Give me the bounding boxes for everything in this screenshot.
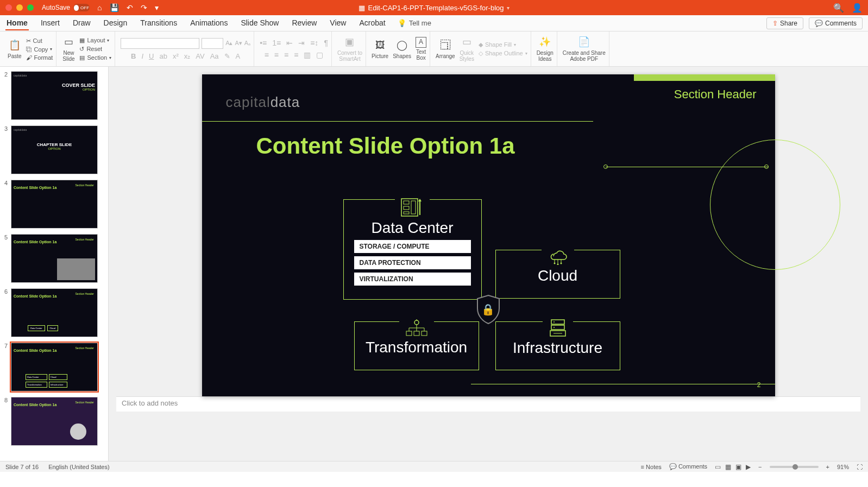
shape-outline-button[interactable]: ◇Shape Outline▾: [479, 50, 527, 57]
tab-view[interactable]: View: [329, 16, 347, 30]
dc-item-storage[interactable]: STORAGE / COMPUTE: [354, 240, 471, 253]
data-center-box[interactable]: Data Center STORAGE / COMPUTE DATA PROTE…: [343, 199, 482, 300]
fit-to-window-icon[interactable]: ⛶: [857, 464, 863, 470]
tab-acrobat[interactable]: Acrobat: [358, 16, 386, 30]
zoom-slider[interactable]: [770, 466, 819, 468]
layout-button[interactable]: ▦Layout▾: [79, 37, 111, 44]
redo-icon[interactable]: ↷: [141, 3, 147, 12]
undo-icon[interactable]: ↶: [127, 3, 133, 12]
new-slide-button[interactable]: ▭New Slide: [62, 36, 75, 62]
change-case-button[interactable]: Aa: [210, 52, 219, 60]
format-painter-button[interactable]: 🖌Format: [26, 54, 53, 61]
tell-me-search[interactable]: 💡 Tell me: [398, 19, 431, 27]
char-spacing-button[interactable]: AV: [196, 52, 204, 60]
comments-button[interactable]: 💬Comments: [809, 17, 863, 29]
close-window[interactable]: [5, 4, 12, 11]
tab-home[interactable]: Home: [5, 16, 29, 30]
security-shield-icon[interactable]: 🔒: [475, 294, 501, 325]
tab-review[interactable]: Review: [291, 16, 318, 30]
underline-button[interactable]: U: [149, 52, 154, 60]
autosave-toggle[interactable]: AutoSave OFF: [42, 4, 90, 11]
autosave-switch[interactable]: OFF: [73, 4, 90, 11]
arrange-button[interactable]: ⿹Arrange: [436, 39, 455, 59]
font-color-button[interactable]: A: [236, 52, 241, 60]
thumb-4[interactable]: 4Section HeaderContent Slide Option 1a: [2, 180, 106, 229]
slide-thumbnails[interactable]: 2capitaldataCOVER SLIDEOPTION 3capitalda…: [0, 67, 109, 461]
align-text-button[interactable]: ▢: [316, 50, 323, 59]
slide-content[interactable]: capitaldata Section Header Content Slide…: [202, 74, 775, 396]
thumb-7[interactable]: 7Section HeaderContent Slide Option 1aDa…: [2, 343, 106, 391]
tab-insert[interactable]: Insert: [40, 16, 61, 30]
zoom-level[interactable]: 91%: [837, 464, 849, 470]
font-size-input[interactable]: [202, 38, 223, 49]
section-header-text[interactable]: Section Header: [674, 87, 757, 102]
indent-inc-button[interactable]: ⇥: [298, 39, 305, 47]
italic-button[interactable]: I: [141, 52, 143, 60]
section-button[interactable]: ▤Section▾: [79, 54, 111, 61]
normal-view-icon[interactable]: ▭: [715, 463, 721, 471]
text-direction-button[interactable]: ¶: [324, 39, 328, 47]
zoom-in-button[interactable]: +: [826, 464, 829, 470]
subscript-button[interactable]: x²: [173, 52, 179, 60]
slide-title[interactable]: Content Slide Option 1a: [256, 133, 515, 159]
slideshow-view-icon[interactable]: ▶: [746, 463, 751, 471]
indent-dec-button[interactable]: ⇤: [286, 39, 293, 47]
cloud-box[interactable]: Cloud: [495, 250, 620, 299]
account-icon[interactable]: 👤: [852, 3, 863, 13]
thumb-6[interactable]: 6Section HeaderContent Slide Option 1aDa…: [2, 288, 106, 337]
columns-button[interactable]: ▥: [304, 50, 311, 59]
align-right-button[interactable]: ≡: [284, 50, 288, 59]
justify-button[interactable]: ≡: [294, 50, 298, 59]
dc-item-protection[interactable]: DATA PROTECTION: [354, 256, 471, 269]
reading-view-icon[interactable]: ▣: [735, 463, 741, 471]
bold-button[interactable]: B: [131, 52, 136, 60]
minimize-window[interactable]: [16, 4, 23, 11]
tab-slideshow[interactable]: Slide Show: [240, 16, 280, 30]
slide-counter[interactable]: Slide 7 of 16: [5, 464, 39, 470]
maximize-window[interactable]: [27, 4, 34, 11]
thumb-5[interactable]: 5Section HeaderContent Slide Option 1a: [2, 234, 106, 283]
shape-fill-button[interactable]: ◆Shape Fill▾: [479, 41, 527, 48]
textbox-button[interactable]: AText Box: [416, 37, 426, 61]
dc-item-virtualization[interactable]: VIRTUALIZATION: [354, 273, 471, 286]
tab-design[interactable]: Design: [103, 16, 129, 30]
home-icon[interactable]: ⌂: [97, 3, 102, 12]
infrastructure-box[interactable]: Infrastructure: [495, 321, 620, 370]
align-left-button[interactable]: ≡: [265, 50, 269, 59]
qat-dropdown-icon[interactable]: ▾: [155, 3, 159, 12]
language-status[interactable]: English (United States): [48, 464, 110, 470]
search-icon[interactable]: 🔍: [833, 3, 844, 13]
thumb-3[interactable]: 3capitaldataCHAPTER SLIDEOPTION: [2, 125, 106, 174]
chevron-down-icon[interactable]: ▾: [507, 5, 510, 11]
font-family-input[interactable]: [121, 38, 199, 49]
picture-button[interactable]: 🖼Picture: [372, 39, 388, 59]
increase-font-icon[interactable]: A▴: [225, 40, 232, 47]
numbering-button[interactable]: 1≡: [272, 39, 281, 47]
sorter-view-icon[interactable]: ▦: [725, 463, 731, 471]
share-button[interactable]: ⇪Share: [766, 17, 803, 29]
reset-button[interactable]: ↺Reset: [79, 46, 111, 53]
convert-smartart-button[interactable]: ▣Convert to SmartArt: [337, 36, 362, 62]
bullets-button[interactable]: •≡: [260, 39, 267, 47]
shapes-button[interactable]: ◯Shapes: [393, 39, 411, 59]
line-spacing-button[interactable]: ≡↕: [310, 39, 318, 47]
strike-button[interactable]: ab: [159, 52, 167, 60]
cut-button[interactable]: ✂Cut: [26, 37, 53, 45]
superscript-button[interactable]: x₂: [184, 52, 191, 60]
comments-toggle[interactable]: 💬 Comments: [669, 463, 707, 470]
slide-canvas[interactable]: capitaldata Section Header Content Slide…: [109, 67, 868, 461]
notes-pane[interactable]: Click to add notes: [116, 396, 860, 412]
tab-animations[interactable]: Animations: [189, 16, 229, 30]
transformation-box[interactable]: Transformation: [354, 321, 479, 370]
save-icon[interactable]: 💾: [110, 3, 119, 12]
thumb-2[interactable]: 2capitaldataCOVER SLIDEOPTION: [2, 71, 106, 120]
design-ideas-button[interactable]: ✨Design Ideas: [537, 36, 553, 62]
zoom-out-button[interactable]: −: [758, 464, 762, 470]
notes-toggle[interactable]: ≡ Notes: [641, 464, 662, 470]
highlight-button[interactable]: ✎: [224, 52, 230, 60]
tab-transitions[interactable]: Transitions: [139, 16, 178, 30]
tab-draw[interactable]: Draw: [72, 16, 92, 30]
align-center-button[interactable]: ≡: [274, 50, 279, 59]
create-pdf-button[interactable]: 📄Create and Share Adobe PDF: [563, 36, 606, 62]
quick-styles-button[interactable]: ▭Quick Styles: [460, 36, 474, 62]
